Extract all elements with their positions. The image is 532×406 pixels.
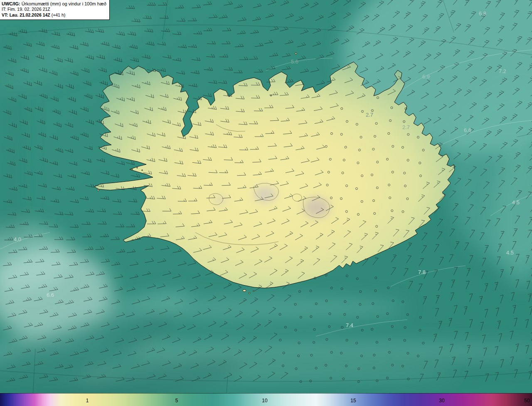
island	[249, 292, 250, 293]
contour-value-label: 2.7	[366, 112, 373, 118]
init-time-line: IT: Fim. 19. 02. 2026 21Z	[2, 7, 106, 12]
contour-value-label: 6.8	[479, 10, 486, 17]
island	[253, 291, 254, 292]
contour-value-label: 5.6	[291, 59, 298, 65]
contour-value-label: 4.5	[512, 199, 520, 205]
island	[295, 53, 297, 54]
contour-value-label: 6.9	[422, 73, 430, 80]
contour-value-label: 7.8	[418, 269, 426, 275]
product-title-line: UWC/IG: Úrkomumætti (mm) og vindur i 100…	[2, 1, 106, 7]
island	[142, 170, 143, 171]
colorbar-tick-label: 1	[86, 398, 89, 404]
valid-offset: (+41 h)	[50, 12, 65, 17]
island	[132, 169, 133, 170]
contour-value-label: 7.2	[499, 68, 506, 74]
colorbar-tick-label: 15	[350, 398, 356, 404]
island	[137, 167, 138, 169]
colorbar-tick-label: 5	[175, 398, 178, 404]
contour-value-label: 6.6	[464, 127, 471, 133]
weather-map-canvas: 6.85.66.97.22.72.76.64.54.04.57.86.67.4	[0, 0, 532, 406]
forecast-title-box: UWC/IG: Úrkomumætti (mm) og vindur i 100…	[0, 0, 110, 20]
colorbar-tick-label: 50	[524, 398, 530, 404]
glacier-patch	[303, 197, 330, 218]
contour-value-label: 4.0	[14, 236, 21, 242]
ocean-dark-streak	[125, 356, 532, 368]
valid-time: VT: Lau. 21.02.2026 14Z	[2, 12, 50, 17]
colorbar-tick-label: 10	[262, 398, 267, 404]
island	[243, 290, 246, 292]
valid-time-line: VT: Lau. 21.02.2026 14Z (+41 h)	[2, 12, 106, 18]
contour-value-label: 2.7	[402, 124, 410, 130]
contour-value-label: 4.5	[506, 249, 514, 256]
colorbar-tick-label: 30	[439, 398, 444, 404]
weather-forecast-map-app: 6.85.66.97.22.72.76.64.54.04.57.86.67.4 …	[0, 0, 532, 406]
contour-value-label: 7.4	[346, 322, 353, 328]
model-name: UWC/IG:	[2, 1, 20, 6]
precipitation-colorbar: 1510153050	[0, 393, 532, 406]
contour-value-label: 6.6	[47, 292, 54, 298]
island	[97, 189, 99, 191]
glacier-patch	[215, 196, 226, 204]
product-name: Úrkomumætti (mm) og vindur i 100m hæð	[20, 1, 106, 6]
